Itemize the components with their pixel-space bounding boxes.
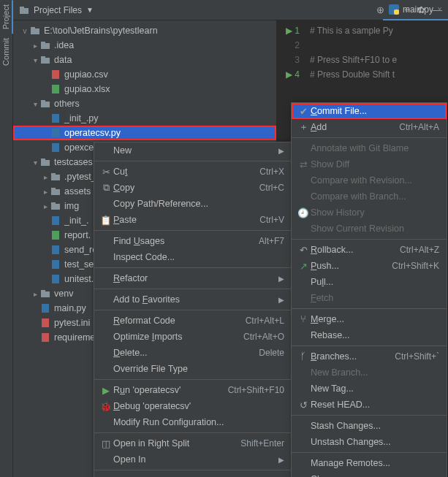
menu-item-copy-path-reference[interactable]: Copy Path/Reference... [94, 196, 292, 212]
commit-icon: ✔ [296, 106, 311, 117]
py-icon [50, 245, 61, 255]
svg-rect-21 [51, 189, 60, 195]
menu-item-copy[interactable]: ⧉CopyCtrl+C [94, 180, 292, 196]
menu-item-new-tag[interactable]: New Tag... [292, 381, 447, 397]
ini-icon [39, 318, 51, 328]
editor-tab-main[interactable]: main.py × [383, 0, 448, 20]
menu-item-label: Delete... [113, 348, 247, 358]
menu-item-label: Annotate with Git Blame [311, 143, 439, 153]
tree-item[interactable]: ▾others [13, 96, 276, 111]
menu-item-add-to-favorites[interactable]: Add to Favorites▶ [94, 291, 292, 308]
svg-rect-10 [52, 70, 59, 79]
menu-item-open-in[interactable]: Open In▶ [94, 451, 292, 468]
menu-item-stash-changes[interactable]: Stash Changes... [292, 418, 447, 434]
menu-item-label: New Branch... [311, 367, 439, 378]
commit-tool-tab[interactable]: Commit [0, 34, 12, 70]
diff-icon: ⇄ [296, 159, 311, 170]
menu-item-run-operatecsv[interactable]: ▶Run 'operatecsv'Ctrl+Shift+F10 [94, 382, 292, 398]
menu-item-label: Show Diff [311, 159, 439, 169]
dir-icon [39, 289, 51, 299]
menu-item-override-file-type[interactable]: Override File Type [94, 361, 292, 377]
svg-rect-1 [20, 7, 24, 9]
menu-item-refactor[interactable]: Refactor▶ [94, 270, 292, 286]
editor-code[interactable]: # This is a sample Py # Press Shift+F10 … [310, 23, 448, 82]
menu-item-merge[interactable]: ⑂Merge... [292, 311, 447, 327]
tree-item[interactable]: _init_.py [13, 111, 276, 126]
svg-rect-26 [52, 231, 59, 240]
tree-item[interactable]: operatecsv.py [13, 126, 276, 140]
menu-item-inspect-code[interactable]: Inspect Code... [94, 249, 292, 265]
menu-item-rollback[interactable]: ↶Rollback...Ctrl+Alt+Z [292, 242, 447, 258]
tree-item-label: report. [64, 230, 91, 240]
editor-tabs: main.py × [374, 0, 448, 20]
menu-item-show-diff: ⇄Show Diff [292, 156, 447, 172]
menu-item-label: Pull... [311, 277, 439, 287]
menu-item-label: Unstash Changes... [311, 437, 439, 447]
tree-item[interactable]: ▾data [13, 53, 276, 67]
menu-item-label: Add to Favorites [113, 294, 270, 305]
menu-item-branches[interactable]: ᚶBranches...Ctrl+Shift+` [292, 348, 447, 365]
menu-item-add[interactable]: ＋AddCtrl+Alt+A [292, 119, 447, 135]
svg-rect-12 [41, 102, 50, 107]
menu-item-label: Clone... [311, 474, 439, 477]
menu-item-open-in-right-split[interactable]: ◫Open in Right SplitShift+Enter [94, 435, 292, 451]
menu-item-find-usages[interactable]: Find UsagesAlt+F7 [94, 233, 292, 249]
rollback-icon: ↶ [296, 245, 311, 256]
menu-item-rebase[interactable]: Rebase... [292, 327, 447, 343]
tree-root[interactable]: v E:\tool\JetBrains\pytestlearn [13, 23, 276, 38]
menu-item-show-history: 🕘Show History [292, 205, 447, 221]
svg-rect-8 [41, 58, 50, 64]
menu-item-push[interactable]: ↗Push...Ctrl+Shift+K [292, 258, 447, 274]
cut-icon: ✂ [99, 167, 113, 178]
menu-item-optimize-imports[interactable]: Optimize ImportsCtrl+Alt+O [94, 329, 292, 345]
menu-item-label: Paste [113, 215, 248, 225]
menu-item-clone[interactable]: Clone... [292, 471, 447, 477]
menu-item-commit-file[interactable]: ✔Commit File... [292, 103, 447, 119]
menu-shortcut: Ctrl+Alt+A [387, 122, 439, 132]
menu-item-cut[interactable]: ✂CutCtrl+X [94, 164, 292, 180]
python-file-icon [389, 4, 399, 15]
menu-item-reformat-code[interactable]: Reformat CodeCtrl+Alt+L [94, 313, 292, 329]
tree-item[interactable]: gupiao.csv [13, 67, 276, 82]
git-submenu[interactable]: ✔Commit File...＋AddCtrl+Alt+AAnnotate wi… [291, 102, 447, 477]
svg-rect-13 [41, 100, 45, 102]
svg-rect-23 [51, 204, 60, 210]
tree-item[interactable]: ▸.idea [13, 38, 276, 53]
svg-rect-19 [51, 175, 60, 180]
folder-icon [19, 5, 29, 15]
svg-rect-11 [52, 85, 59, 94]
menu-item-label: Branches... [311, 351, 383, 362]
menu-item-reset-head[interactable]: ↺Reset HEAD... [292, 397, 447, 413]
tool-window-tabs: Project Commit [0, 0, 13, 477]
dir-icon [39, 99, 51, 109]
menu-item-local-history[interactable]: Local History▶ [94, 473, 292, 477]
menu-item-new[interactable]: New▶ [94, 142, 292, 159]
dropdown-icon: ▼ [86, 6, 94, 14]
branch-icon: ᚶ [296, 351, 311, 362]
dir-icon [50, 201, 61, 211]
menu-item-delete[interactable]: Delete...Delete [94, 345, 292, 361]
file-context-menu[interactable]: New▶✂CutCtrl+X⧉CopyCtrl+CCopy Path/Refer… [94, 142, 292, 477]
paste-icon: 📋 [99, 215, 113, 226]
menu-item-unstash-changes[interactable]: Unstash Changes... [292, 434, 447, 450]
menu-item-label: Compare with Branch... [311, 191, 439, 202]
menu-item-pull[interactable]: Pull... [292, 274, 447, 290]
project-tool-tab[interactable]: Project [0, 0, 13, 34]
menu-item-paste[interactable]: 📋PasteCtrl+V [94, 212, 292, 228]
add-icon: ＋ [296, 121, 311, 134]
dir-icon [39, 55, 51, 65]
py-icon [39, 303, 51, 313]
menu-item-debug-operatecsv[interactable]: 🐞Debug 'operatecsv' [94, 398, 292, 414]
menu-item-new-branch: New Branch... [292, 365, 447, 381]
menu-item-label: New Tag... [311, 383, 439, 394]
tree-item-label: data [54, 55, 72, 65]
menu-item-manage-remotes[interactable]: Manage Remotes... [292, 455, 447, 471]
tree-item-label: venv [54, 289, 73, 299]
menu-item-label: Open In [113, 454, 270, 465]
tree-item[interactable]: gupiao.xlsx [13, 82, 276, 96]
close-tab-icon[interactable]: × [437, 4, 442, 15]
project-view-dropdown[interactable]: Project Files ▼ [13, 5, 99, 15]
menu-item-label: Fetch [311, 293, 439, 303]
menu-item-modify-run-configuration[interactable]: Modify Run Configuration... [94, 414, 292, 430]
submenu-arrow-icon: ▶ [270, 275, 284, 283]
